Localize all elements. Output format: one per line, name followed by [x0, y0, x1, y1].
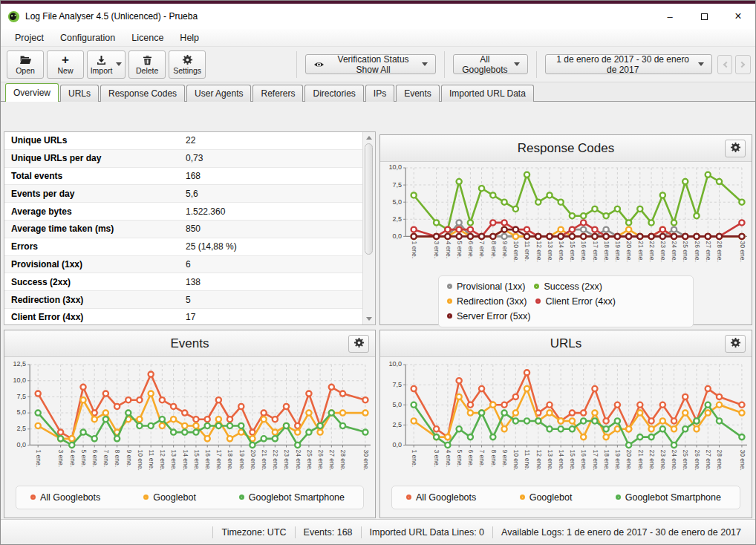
legend-label: Success (2xx): [544, 281, 602, 292]
toolbar-separator: [536, 51, 537, 78]
tab-overview[interactable]: Overview: [5, 83, 59, 102]
overview-stats-panel: Unique URLs22Unique URLs per day0,73Tota…: [4, 131, 376, 325]
svg-text:28 ene.: 28 ene.: [716, 449, 723, 470]
svg-text:17 ene.: 17 ene.: [592, 449, 599, 470]
stat-label: Redirection (3xx): [4, 295, 186, 305]
bots-dropdown-label: All Googlebots: [461, 54, 509, 75]
tab-response-codes[interactable]: Response Codes: [100, 85, 185, 102]
menu-item-help[interactable]: Help: [172, 30, 207, 45]
stat-value: 5: [186, 295, 191, 305]
svg-text:23 ene.: 23 ene.: [659, 449, 667, 470]
menu-item-configuration[interactable]: Configuration: [52, 30, 123, 45]
svg-text:28 ene.: 28 ene.: [716, 241, 723, 261]
svg-text:10 ene.: 10 ene.: [137, 449, 144, 470]
svg-text:7 ene.: 7 ene.: [478, 449, 486, 467]
stat-value: 17: [186, 312, 195, 322]
svg-text:10,0: 10,0: [13, 376, 27, 384]
stat-label: Unique URLs: [4, 135, 186, 146]
svg-text:0,0: 0,0: [393, 441, 403, 448]
tab-events[interactable]: Events: [396, 85, 440, 102]
response-codes-chart: 1 ene.3 ene.4 ene.5 ene.6 ene.7 ene.8 en…: [380, 162, 752, 274]
date-range-dropdown[interactable]: 1 de enero de 2017 - 30 de enero de 2017: [545, 54, 712, 74]
scroll-up-icon[interactable]: [364, 132, 375, 143]
svg-text:8 ene.: 8 ene.: [490, 449, 498, 467]
scroll-down-icon[interactable]: [364, 313, 375, 324]
svg-text:13 ene.: 13 ene.: [170, 449, 177, 470]
svg-text:20 ene.: 20 ene.: [625, 449, 633, 470]
stat-label: Unique URLs per day: [4, 153, 186, 163]
svg-text:5 ene.: 5 ene.: [80, 449, 88, 467]
open-button[interactable]: Open: [7, 50, 44, 79]
events-panel: Events 1 ene.3 ene.4 ene.5 ene.6 ene.7 e…: [4, 330, 376, 518]
svg-text:6 ene.: 6 ene.: [467, 449, 475, 467]
tab-referers[interactable]: Referers: [252, 85, 303, 102]
tab-user-agents[interactable]: User Agents: [186, 85, 251, 102]
svg-text:16 ene.: 16 ene.: [580, 449, 587, 470]
next-period-button[interactable]: [735, 55, 751, 74]
svg-text:11 ene.: 11 ene.: [524, 449, 531, 470]
urls-panel: URLs 1 ene.3 ene.4 ene.5 ene.6 ene.7 ene…: [379, 330, 752, 518]
stat-label: Client Error (4xx): [4, 312, 186, 322]
scrollbar-thumb[interactable]: [365, 143, 373, 255]
svg-text:1 ene.: 1 ene.: [35, 449, 42, 467]
events-chart: 1 ene.3 ene.4 ene.5 ene.6 ene.7 ene.8 en…: [4, 357, 375, 484]
svg-text:16 ene.: 16 ene.: [204, 449, 212, 470]
svg-text:21 ene.: 21 ene.: [637, 449, 645, 470]
legend-label: Googlebot Smartphone: [625, 492, 721, 503]
menu-item-licence[interactable]: Licence: [123, 30, 172, 45]
svg-text:8 ene.: 8 ene.: [490, 241, 498, 258]
legend-ring-icon: [534, 284, 539, 289]
svg-text:17 ene.: 17 ene.: [215, 449, 223, 470]
verification-status-dropdown[interactable]: Verification Status Show All: [305, 54, 436, 74]
new-button-label: New: [57, 66, 73, 75]
previous-period-button[interactable]: [717, 55, 733, 74]
svg-text:15 ene.: 15 ene.: [569, 241, 576, 261]
import-button-label: Import: [91, 66, 113, 75]
stat-row-average-time-taken-ms: Average time taken (ms)850: [4, 221, 362, 238]
gear-icon: [182, 54, 193, 66]
stat-value: 1.522.360: [186, 206, 225, 217]
response-codes-title: Response Codes: [518, 141, 614, 156]
svg-text:22 ene.: 22 ene.: [648, 241, 656, 261]
tab-imported-url-data[interactable]: Imported URL Data: [441, 85, 534, 102]
app-window: Log File Analyser 4.5 (Unlicenced) - Pru…: [0, 0, 756, 545]
maximize-button[interactable]: [687, 4, 721, 29]
events-settings-button[interactable]: [348, 335, 369, 353]
svg-text:10,0: 10,0: [389, 360, 403, 368]
tab-directories[interactable]: Directories: [304, 85, 363, 102]
legend-item-server-error-5xx: Server Error (5xx): [447, 311, 530, 322]
toolbar-separator: [296, 51, 297, 78]
events-legend: All GooglebotsGooglebotGooglebot Smartph…: [16, 486, 364, 509]
svg-text:4 ene.: 4 ene.: [445, 449, 452, 467]
svg-text:23 ene.: 23 ene.: [659, 241, 667, 261]
svg-text:12 ene.: 12 ene.: [535, 241, 543, 261]
svg-text:14 ene.: 14 ene.: [182, 449, 189, 470]
urls-settings-button[interactable]: [725, 335, 746, 353]
bots-dropdown[interactable]: All Googlebots: [453, 54, 528, 74]
svg-text:6 ene.: 6 ene.: [467, 241, 475, 258]
svg-text:5 ene.: 5 ene.: [456, 449, 463, 467]
delete-button[interactable]: Delete: [128, 50, 166, 79]
minimize-button[interactable]: –: [653, 4, 687, 29]
settings-button[interactable]: Settings: [169, 50, 206, 79]
import-button[interactable]: Import: [87, 50, 126, 79]
svg-text:12,5: 12,5: [13, 360, 27, 368]
svg-text:13 ene.: 13 ene.: [547, 449, 554, 470]
urls-chart: 1 ene.3 ene.4 ene.5 ene.6 ene.7 ene.8 en…: [380, 357, 752, 484]
stats-scrollbar[interactable]: [362, 132, 375, 324]
close-button[interactable]: ×: [721, 4, 755, 29]
stat-value: 25 (14,88 %): [186, 241, 237, 252]
tab-ips[interactable]: IPs: [365, 85, 394, 102]
legend-ring-icon: [447, 284, 452, 289]
svg-text:11 ene.: 11 ene.: [524, 241, 531, 261]
svg-text:6 ene.: 6 ene.: [91, 449, 99, 467]
menu-item-project[interactable]: Project: [7, 30, 52, 45]
stat-value: 850: [186, 223, 201, 234]
scrollbar-track[interactable]: [363, 143, 375, 313]
response-codes-settings-button[interactable]: [725, 140, 746, 157]
new-button[interactable]: + New: [47, 50, 84, 79]
legend-ring-icon: [447, 313, 452, 319]
legend-label: Client Error (4xx): [545, 296, 615, 307]
tab-urls[interactable]: URLs: [60, 85, 99, 102]
legend-label: All Googlebots: [40, 492, 100, 503]
